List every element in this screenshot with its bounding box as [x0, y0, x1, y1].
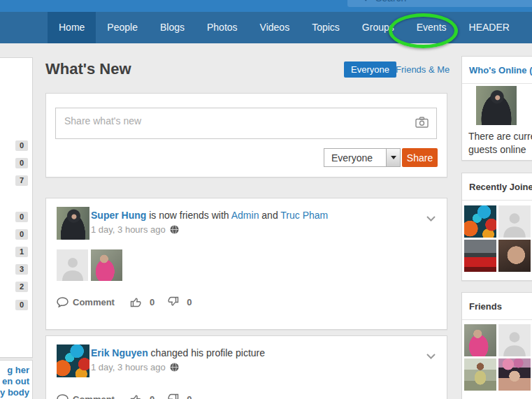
dislike-button[interactable]: 0: [167, 393, 194, 399]
friend-avatar[interactable]: [498, 358, 531, 391]
feed-title: Erik Nguyen changed his profile picture: [91, 347, 412, 359]
sidebar-count-badge: 0: [15, 300, 28, 310]
filter-friends-me-link[interactable]: Friends & Me: [396, 64, 450, 75]
search-placeholder: Search: [375, 0, 406, 3]
nav-item-blogs[interactable]: Blogs: [149, 12, 196, 43]
privacy-select-value: Everyone: [324, 152, 386, 164]
like-button[interactable]: 0: [130, 393, 157, 399]
status-composer: Everyone Share: [45, 93, 447, 177]
thumbs-down-icon: [167, 296, 179, 307]
comment-bubble-icon: [57, 394, 69, 399]
feed-text: is now friends with: [146, 210, 231, 221]
nav-item-header[interactable]: HEADER: [458, 12, 521, 43]
friend-avatar-placeholder[interactable]: [498, 324, 531, 356]
like-count: 0: [150, 297, 154, 307]
feed-title: Super Hung is now friends with Admin and…: [91, 209, 412, 222]
friend-avatar[interactable]: [464, 358, 496, 391]
nav-item-videos[interactable]: Videos: [249, 12, 301, 43]
left-teaser-card: g her en out ry body: [0, 360, 33, 399]
teaser-link[interactable]: g her: [0, 365, 29, 376]
timestamp-text: 1 day, 3 hours ago: [91, 362, 166, 372]
dislike-count: 0: [187, 297, 192, 307]
friend-link[interactable]: Truc Pham: [280, 210, 328, 221]
left-sidebar-panel: 0 0 7 0 0 1 3 2 0: [0, 57, 33, 358]
friend-thumbnail-placeholder[interactable]: [57, 249, 88, 281]
like-button[interactable]: 0: [130, 296, 157, 307]
feed-item: Erik Nguyen changed his profile picture …: [45, 335, 447, 399]
member-avatar[interactable]: [464, 240, 496, 272]
person-silhouette-icon: [502, 210, 527, 238]
comment-button[interactable]: Comment: [57, 394, 115, 399]
share-button[interactable]: Share: [402, 148, 438, 167]
thumbs-up-icon: [130, 393, 142, 399]
actor-link[interactable]: Super Hung: [91, 210, 146, 221]
globe-icon: [170, 363, 179, 372]
timestamp-text: 1 day, 3 hours ago: [91, 224, 166, 235]
comment-bubble-icon: [57, 297, 69, 307]
avatar[interactable]: [57, 207, 89, 240]
guests-online-text: There are currently: [468, 131, 532, 142]
online-member-avatar[interactable]: [476, 86, 517, 125]
divider: [462, 83, 532, 84]
friend-thumbnail[interactable]: [91, 249, 122, 281]
recently-joined-title: Recently Joined: [462, 173, 532, 192]
person-silhouette-icon: [502, 328, 527, 356]
camera-icon[interactable]: [415, 117, 429, 131]
search-input[interactable]: Search: [347, 0, 532, 7]
sidebar-count-badge: 0: [15, 140, 28, 151]
sidebar-count-badge: 0: [15, 229, 28, 240]
avatar[interactable]: [57, 344, 89, 377]
teaser-link[interactable]: ry body: [0, 387, 29, 398]
globe-icon: [170, 225, 179, 234]
chevron-down-icon[interactable]: [426, 212, 436, 225]
caret-down-icon: [391, 156, 396, 159]
friends-title: Friends: [462, 293, 532, 312]
thumbs-up-icon: [130, 296, 142, 307]
annotation-green-ellipse: [389, 13, 458, 48]
top-strip: Search: [0, 0, 532, 12]
recently-joined-panel: Recently Joined: [461, 173, 532, 281]
sidebar-count-badge: 3: [15, 264, 28, 275]
whos-online-title[interactable]: Who's Online (11): [462, 57, 532, 75]
privacy-select[interactable]: Everyone: [324, 148, 401, 167]
feed-text: and: [259, 210, 280, 221]
person-silhouette-icon: [61, 254, 85, 281]
sidebar-count-badge: 7: [15, 175, 28, 186]
whos-online-panel: Who's Online (11) There are currently gu…: [461, 56, 532, 161]
friend-avatar[interactable]: [464, 324, 496, 356]
chevron-down-icon[interactable]: [426, 350, 436, 363]
thumbs-down-icon: [167, 393, 179, 399]
search-icon: [357, 0, 367, 3]
feed-timestamp: 1 day, 3 hours ago: [91, 224, 179, 235]
page-title: What's New: [45, 60, 131, 78]
member-avatar[interactable]: [464, 205, 496, 238]
feed-timestamp: 1 day, 3 hours ago: [91, 362, 179, 372]
like-count: 0: [150, 394, 154, 399]
feed-item: Super Hung is now friends with Admin and…: [45, 198, 447, 330]
nav-item-people[interactable]: People: [96, 12, 149, 43]
sidebar-count-badge: 0: [15, 212, 28, 222]
teaser-link[interactable]: en out: [0, 376, 29, 387]
member-avatar[interactable]: [498, 240, 531, 272]
comment-button[interactable]: Comment: [57, 297, 115, 307]
member-avatar-placeholder[interactable]: [498, 205, 531, 238]
feed-text: changed his profile picture: [148, 347, 265, 358]
nav-item-topics[interactable]: Topics: [301, 12, 351, 43]
select-dropdown-button[interactable]: [386, 149, 400, 166]
friend-link[interactable]: Admin: [231, 210, 259, 221]
dislike-button[interactable]: 0: [167, 296, 194, 307]
sidebar-count-badge: 1: [15, 247, 28, 257]
comment-label: Comment: [73, 297, 115, 307]
dislike-count: 0: [187, 394, 192, 399]
nav-item-photos[interactable]: Photos: [196, 12, 249, 43]
friends-panel: Friends: [461, 292, 532, 399]
nav-item-home[interactable]: Home: [48, 12, 96, 43]
actor-link[interactable]: Erik Nguyen: [91, 347, 148, 358]
divider: [462, 319, 532, 320]
filter-everyone-button[interactable]: Everyone: [344, 61, 396, 78]
guests-online-text: guests online: [468, 144, 526, 155]
sidebar-count-badge: 2: [15, 282, 28, 292]
comment-label: Comment: [73, 394, 115, 399]
status-input[interactable]: [55, 108, 437, 139]
divider: [462, 200, 532, 201]
